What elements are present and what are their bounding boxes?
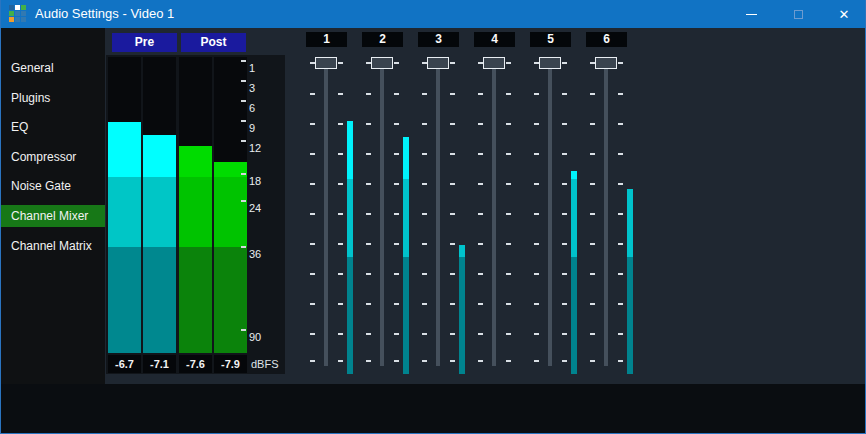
fader-tick [506,273,511,275]
app-icon-square [15,17,20,22]
fader-tick [450,243,455,245]
maximize-icon [794,10,803,19]
audio-settings-window: Audio Settings - Video 1 ✕ GeneralPlugin… [0,0,866,434]
pre-right-meter-bar [143,135,176,177]
fader-tick [422,153,427,155]
fader-tick [590,273,595,275]
fader-tick [506,183,511,185]
fader-tick [310,213,315,215]
fader-tick [506,333,511,335]
fader-tick [534,183,539,185]
fader-tick [310,93,315,95]
channel-1-meter-bar [347,121,353,179]
channel-6-fader-handle[interactable] [595,57,617,69]
fader-tick [562,62,567,64]
fader-tick [450,183,455,185]
pre-left-meter-bar [108,122,141,177]
fader-tick [394,243,399,245]
fader-tick [534,213,539,215]
fader-tick [618,360,623,362]
channel-4-fader-handle[interactable] [483,57,505,69]
channel-3-fader-track[interactable] [436,69,440,366]
fader-tick [422,333,427,335]
fader-tick [506,123,511,125]
fader-tick [534,93,539,95]
channel-5-fader-handle[interactable] [539,57,561,69]
fader-tick [338,273,343,275]
channel-label-1: 1 [306,32,347,47]
fader-tick [478,303,483,305]
sidebar: GeneralPluginsEQCompressorNoise GateChan… [1,28,105,384]
channel-3-meter-bar [459,257,465,374]
app-icon [9,5,27,23]
fader-tick [478,360,483,362]
sidebar-item-channel-matrix[interactable]: Channel Matrix [1,235,105,257]
maximize-button [777,0,819,28]
app-icon-square [21,11,26,16]
app-icon-square [15,5,20,10]
app-icon-square [9,5,14,10]
channel-2-meter-bar [403,179,409,257]
db-scale-label: 18 [249,173,261,189]
post-right-dbfs-value: -7.9 [214,355,247,373]
channel-3-fader-handle[interactable] [427,57,449,69]
sidebar-item-general[interactable]: General [1,57,105,79]
fader-tick [450,213,455,215]
post-left-meter-bar [179,146,212,177]
fader-tick [618,213,623,215]
post-left-meter-bar [179,247,212,353]
channel-5-fader-track[interactable] [548,69,552,366]
db-scale-tick [241,140,246,142]
channel-2-meter-bar [403,137,409,179]
fader-tick [450,62,455,64]
fader-tick [478,273,483,275]
fader-tick [338,153,343,155]
channel-6-meter-bar [627,189,633,257]
channel-5-meter-bar [571,171,577,179]
db-scale-label: 9 [249,120,255,136]
fader-tick [590,333,595,335]
pre-meter-button[interactable]: Pre [112,33,177,52]
minimize-icon [746,14,757,15]
db-scale-label: 12 [249,140,261,156]
sidebar-item-plugins[interactable]: Plugins [1,87,105,109]
post-right-meter-bar [214,247,247,353]
minimize-button[interactable] [730,0,772,28]
db-scale-label: 36 [249,246,261,262]
fader-tick [394,360,399,362]
fader-tick [590,93,595,95]
channel-2-fader-handle[interactable] [371,57,393,69]
fader-tick [394,123,399,125]
pre-right-dbfs-value: -7.1 [143,355,176,373]
fader-tick [310,360,315,362]
fader-tick [366,213,371,215]
fader-tick [394,93,399,95]
sidebar-item-compressor[interactable]: Compressor [1,146,105,168]
channel-2-fader-track[interactable] [380,69,384,366]
db-scale-label: 1 [249,60,255,76]
close-window-button[interactable]: ✕ [823,0,865,28]
post-left-meter-bar [179,177,212,247]
channel-1-fader-handle[interactable] [315,57,337,69]
fader-tick [478,93,483,95]
fader-tick [478,153,483,155]
pre-left-meter-bar [108,247,141,353]
sidebar-item-noise-gate[interactable]: Noise Gate [1,175,105,197]
fader-tick [590,153,595,155]
sidebar-item-eq[interactable]: EQ [1,116,105,138]
fader-tick [590,243,595,245]
fader-tick [450,153,455,155]
fader-tick [590,360,595,362]
channel-4-fader-track[interactable] [492,69,496,366]
pre-right-meter-bar [143,247,176,353]
fader-tick [534,153,539,155]
fader-tick [506,360,511,362]
fader-tick [310,183,315,185]
fader-tick [422,183,427,185]
channel-1-fader-track[interactable] [324,69,328,366]
sidebar-item-channel-mixer[interactable]: Channel Mixer [1,205,105,227]
channel-6-fader-track[interactable] [604,69,608,366]
post-meter-button[interactable]: Post [181,33,246,52]
fader-tick [422,360,427,362]
fader-tick [366,93,371,95]
